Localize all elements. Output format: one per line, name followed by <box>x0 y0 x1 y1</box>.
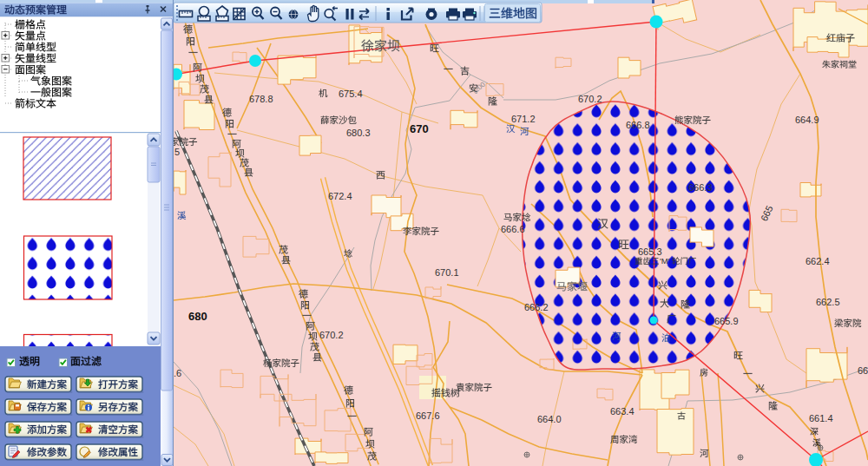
svg-text:670.1: 670.1 <box>435 267 459 278</box>
svg-text:680: 680 <box>188 310 207 323</box>
svg-text:672.4: 672.4 <box>328 191 352 201</box>
svg-text:670.2: 670.2 <box>319 330 344 340</box>
svg-text:675.4: 675.4 <box>339 89 363 99</box>
svg-text:671.2: 671.2 <box>511 114 536 124</box>
svg-text:663.4: 663.4 <box>610 406 635 417</box>
svg-text:5: 5 <box>174 147 180 157</box>
svg-text:667.6: 667.6 <box>416 410 440 421</box>
svg-text:665.3: 665.3 <box>638 246 662 257</box>
svg-text:662.4: 662.4 <box>806 256 830 266</box>
svg-text:664.0: 664.0 <box>537 414 562 424</box>
svg-text:.6: .6 <box>174 368 181 378</box>
svg-text:678.8: 678.8 <box>249 94 273 104</box>
svg-text:670.2: 670.2 <box>578 94 602 104</box>
svg-text:665.9: 665.9 <box>714 316 739 326</box>
svg-text:66: 66 <box>858 365 868 376</box>
svg-text:666.6: 666.6 <box>501 224 525 234</box>
svg-text:'M': 'M' <box>660 256 670 266</box>
svg-text:666.8: 666.8 <box>626 120 650 130</box>
svg-text:664.9: 664.9 <box>795 115 819 125</box>
svg-text:680.3: 680.3 <box>346 128 371 138</box>
svg-text:661.4: 661.4 <box>809 413 833 423</box>
svg-text:666.3: 666.3 <box>688 182 713 193</box>
svg-text:670: 670 <box>410 122 429 135</box>
svg-text:666.2: 666.2 <box>524 302 549 312</box>
svg-text:662.5: 662.5 <box>816 297 840 307</box>
